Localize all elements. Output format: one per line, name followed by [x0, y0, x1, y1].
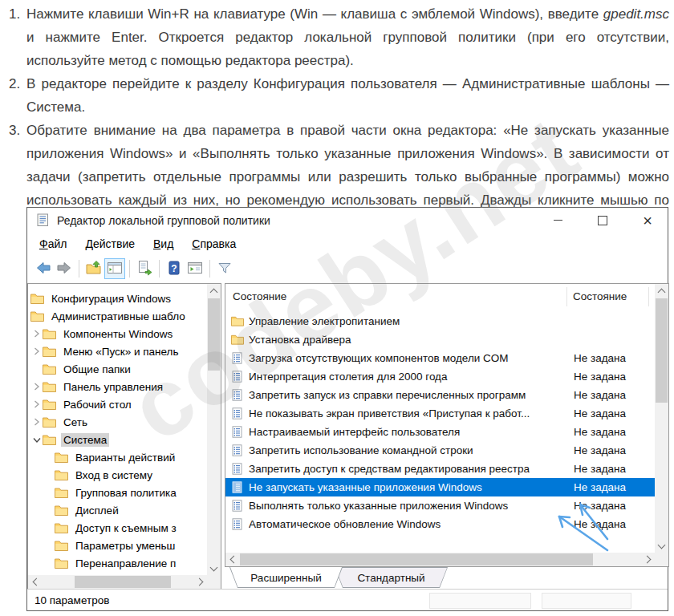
list-item[interactable]: Интерпретация столетия для 2000 годаНе з… — [225, 367, 655, 386]
list-header: Состояние Состояние — [225, 284, 655, 310]
chevron-right-icon[interactable] — [30, 418, 43, 426]
status-segment — [542, 593, 631, 609]
tree-item-label: Панель управления — [61, 380, 165, 394]
list-item[interactable]: Автоматическое обновление WindowsНе зада… — [225, 515, 655, 533]
policy-icon — [231, 444, 244, 456]
filter-button[interactable] — [214, 258, 235, 279]
menu-item-вид[interactable]: Вид — [153, 237, 173, 250]
scroll-left-button[interactable] — [28, 575, 42, 589]
tree-item[interactable]: Перенаправление п — [28, 554, 207, 572]
show-window-button[interactable] — [185, 258, 205, 279]
minimize-button[interactable] — [539, 208, 576, 233]
list-item[interactable]: Запретить запуск из справки перечисленны… — [225, 386, 655, 404]
console-tree-button[interactable] — [104, 258, 125, 279]
menu-item-файл[interactable]: Файл — [39, 237, 67, 250]
chevron-right-icon[interactable] — [30, 347, 43, 355]
back-arrow-button[interactable] — [33, 258, 54, 279]
scroll-right-button[interactable] — [641, 553, 655, 566]
list-horizontal-scrollbar[interactable] — [225, 553, 655, 566]
chevron-up-icon — [658, 288, 666, 296]
tree-item[interactable]: Дисплей — [28, 501, 207, 519]
scrollbar-thumb[interactable] — [75, 576, 171, 588]
tree-item[interactable]: Сеть — [28, 413, 207, 431]
column-header-setting[interactable]: Состояние — [233, 290, 286, 302]
scrollbar-corner — [655, 553, 668, 566]
tree-item[interactable]: Компоненты Windows — [28, 325, 207, 342]
up-folder-icon — [86, 260, 102, 278]
tree-item[interactable]: Варианты действий — [28, 448, 207, 466]
folder-icon — [43, 329, 56, 339]
tree-item[interactable]: Параметры уменьш — [28, 537, 207, 554]
column-header-state[interactable]: Состояние — [573, 290, 627, 302]
scrollbar-thumb[interactable] — [656, 298, 668, 403]
tree-item[interactable]: Система — [28, 431, 207, 448]
list-item[interactable]: Выполнять только указанные приложения Wi… — [225, 496, 655, 515]
chevron-down-icon[interactable] — [30, 437, 43, 443]
export-list-button[interactable] — [134, 258, 155, 279]
chevron-right-icon[interactable] — [30, 400, 43, 408]
list-item[interactable]: Управление электропитанием — [225, 312, 655, 330]
policy-icon — [231, 407, 244, 419]
scroll-left-button[interactable] — [225, 553, 239, 566]
up-folder-button[interactable] — [83, 258, 104, 279]
policy-icon — [231, 352, 244, 364]
menu-label: С — [192, 237, 200, 250]
scrollbar-thumb[interactable] — [240, 553, 593, 565]
chevron-down-icon — [658, 541, 666, 549]
list-item[interactable]: Не запускать указанные приложения Window… — [225, 478, 655, 496]
policy-icon — [231, 389, 244, 401]
status-segment — [429, 593, 531, 609]
list-item[interactable]: Не показывать экран приветствия «Приступ… — [225, 404, 655, 423]
list-item[interactable]: Запретить использование командной строки… — [225, 441, 655, 460]
tree-item[interactable]: Общие папки — [28, 360, 207, 378]
tree-item[interactable]: Конфигурация Windows — [28, 290, 207, 307]
scrollbar-thumb[interactable] — [208, 298, 220, 371]
help-button[interactable]: ? — [164, 258, 185, 279]
tree-item[interactable]: Доступ к съемным з — [28, 519, 207, 537]
chevron-right-icon — [195, 578, 203, 586]
tree-item-label: Административные шабло — [49, 310, 188, 323]
tree-item[interactable]: Панель управления — [28, 378, 207, 395]
scroll-right-button[interactable] — [193, 575, 207, 589]
close-button[interactable]: × — [629, 208, 666, 233]
tree-horizontal-scrollbar[interactable] — [28, 575, 207, 589]
list-item[interactable]: Загрузка отсутствующих компонентов модел… — [225, 349, 655, 367]
scroll-up-button[interactable] — [207, 284, 221, 298]
title-bar[interactable]: Редактор локальной групповой политики × — [27, 208, 668, 233]
column-divider[interactable] — [648, 287, 649, 306]
tree-item[interactable]: Групповая политика — [28, 484, 207, 501]
folder-icon — [55, 558, 68, 569]
state-value: Не задана — [574, 500, 626, 512]
maximize-button[interactable] — [584, 208, 621, 233]
menu-label: Ф — [39, 237, 48, 250]
forward-arrow-icon — [56, 260, 72, 278]
tree-item[interactable]: Административные шабло — [28, 307, 207, 325]
list-vertical-scrollbar[interactable] — [655, 284, 668, 553]
tab-active[interactable]: Расширенный — [229, 567, 343, 588]
list-item[interactable]: Запретить доступ к средствам редактирова… — [225, 460, 655, 478]
tree-item[interactable]: Рабочий стол — [28, 395, 207, 413]
scroll-up-button[interactable] — [655, 284, 668, 298]
console-tree-icon — [107, 260, 123, 278]
close-icon: × — [643, 213, 652, 229]
forward-arrow-button[interactable] — [54, 258, 75, 279]
page: 1.Нажмите клавиши Win+R на клавиатуре (W… — [0, 0, 674, 616]
instruction-text: gpedit.msc — [603, 6, 669, 22]
folder-icon — [43, 382, 56, 392]
menu-item-справка[interactable]: Справка — [192, 237, 236, 250]
tree-item[interactable]: Вход в систему — [28, 466, 207, 484]
menu-item-действие[interactable]: Действие — [85, 237, 135, 250]
chevron-right-icon[interactable] — [30, 330, 43, 338]
tab-inactive[interactable]: Стандартный — [335, 567, 448, 588]
column-divider[interactable] — [566, 287, 567, 306]
scroll-down-button[interactable] — [655, 539, 668, 553]
list-item[interactable]: Установка драйвера — [225, 330, 655, 349]
policy-icon — [231, 500, 244, 512]
tree-item-label: Групповая политика — [73, 486, 179, 500]
tree-vertical-scrollbar[interactable] — [207, 284, 221, 575]
scroll-down-button[interactable] — [207, 561, 221, 575]
folder-icon — [55, 488, 68, 498]
tree-item[interactable]: Меню «Пуск» и панель — [28, 342, 207, 360]
list-item[interactable]: Настраиваемый интерфейс пользователяНе з… — [225, 423, 655, 441]
chevron-right-icon[interactable] — [30, 383, 43, 391]
